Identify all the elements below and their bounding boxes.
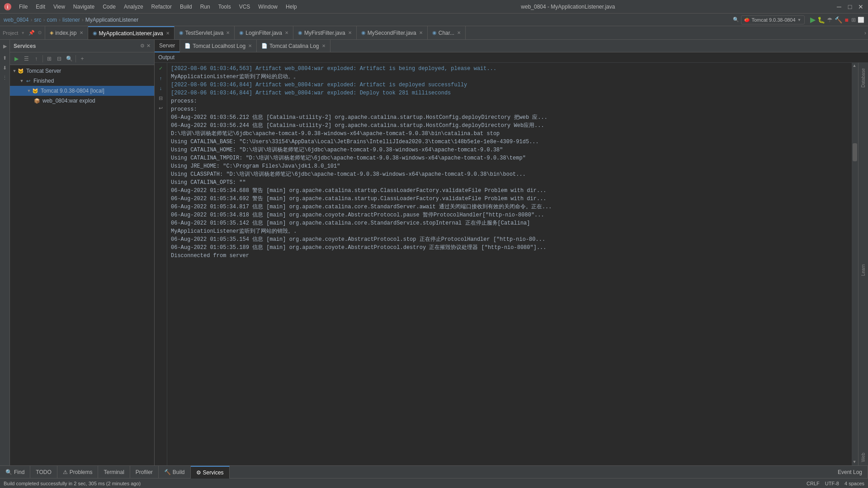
scrollbar[interactable]: ▲ ▼ (852, 63, 858, 465)
tab-myfirstfilter[interactable]: ◉ MyFirstFilter.java ✕ (293, 26, 357, 40)
tab-close-index-jsp[interactable]: ✕ (80, 30, 83, 35)
tree-toggle-instance[interactable]: ▼ (26, 88, 32, 94)
run-config-label[interactable]: Tomcat 9.0.38-0804 (751, 17, 795, 23)
scroll-down-arrow[interactable]: ▼ (852, 459, 857, 465)
services-close-icon[interactable]: ✕ (146, 43, 151, 49)
menu-edit[interactable]: Edit (32, 3, 49, 11)
tab-close-localhost[interactable]: ✕ (248, 43, 252, 48)
tree-item-tomcat-instance[interactable]: ▼ 🐱 Tomcat 9.0.38-0804 [local] (10, 86, 154, 96)
log-line: process: (171, 97, 848, 105)
project-pin-icon[interactable]: 📌 (28, 30, 35, 36)
sidebar-web[interactable]: Web (860, 449, 867, 465)
tabs-overflow-icon[interactable]: › (864, 30, 866, 36)
breadcrumb-src[interactable]: src (34, 17, 41, 23)
menu-window[interactable]: Window (255, 3, 281, 11)
sidebar-icon-scroll-up[interactable]: ⬆ (0, 53, 9, 62)
tab-myapplistener[interactable]: ◉ MyApplicationListener.java ✕ (88, 26, 175, 40)
bottom-tab-problems[interactable]: ⚠ Problems (57, 466, 99, 479)
project-gear-icon[interactable]: ⚙ (38, 30, 42, 36)
artifact-label: web_0804:war explod (42, 98, 95, 104)
scroll-up-arrow[interactable]: ▲ (852, 63, 857, 68)
tab-testservlet[interactable]: ◉ TestServlet.java ✕ (175, 26, 235, 40)
tab-close-testservlet[interactable]: ✕ (226, 30, 230, 35)
bottom-tab-terminal[interactable]: Terminal (98, 466, 130, 479)
menu-vcs[interactable]: VCS (236, 3, 254, 11)
output-log[interactable]: [2022-08-06 01:03:46,563] Artifact web_0… (167, 63, 852, 465)
bottom-tab-todo[interactable]: TODO (30, 466, 57, 479)
close-button[interactable]: ✕ (857, 3, 864, 10)
services-group-btn[interactable]: ⊞ (45, 54, 54, 63)
minimize-button[interactable]: ─ (835, 3, 843, 10)
menu-tools[interactable]: Tools (215, 3, 235, 11)
toolbar-separator-2 (75, 55, 76, 62)
log-line: 06-Aug-2022 01:05:35.154 信息 [main] org.a… (171, 235, 848, 244)
gutter-arrow-down[interactable]: ↓ (156, 84, 165, 93)
tab-char[interactable]: ◉ Char... ✕ (428, 26, 466, 40)
sidebar-icon-more[interactable]: ⋮ (0, 73, 9, 82)
debug-button[interactable]: 🐛 (817, 16, 825, 23)
sidebar-icon-run[interactable]: ▶ (0, 42, 9, 51)
services-add-btn[interactable]: + (78, 54, 87, 63)
server-tab-catalina-log[interactable]: 📄 Tomcat Catalina Log ✕ (257, 40, 330, 52)
coverage-button[interactable]: ☂ (827, 16, 833, 23)
tab-close-loginfilter[interactable]: ✕ (285, 30, 288, 35)
run-button[interactable]: ▶ (810, 15, 816, 24)
breadcrumb-com[interactable]: com (47, 17, 57, 23)
services-up-btn[interactable]: ↑ (32, 54, 41, 63)
maximize-button[interactable]: □ (846, 3, 854, 10)
menu-build[interactable]: Build (176, 3, 196, 11)
menu-analyze[interactable]: Analyze (120, 3, 147, 11)
gutter-filter[interactable]: ⊟ (156, 94, 165, 103)
server-tab-server[interactable]: Server (155, 40, 180, 52)
status-indent[interactable]: 4 spaces (844, 481, 864, 486)
tab-close-myfirstfilter[interactable]: ✕ (348, 30, 352, 35)
menu-code[interactable]: Code (99, 3, 119, 11)
gutter-arrow-up[interactable]: ↑ (156, 74, 165, 83)
gutter-wrap[interactable]: ↩ (156, 103, 165, 113)
tab-mysecondfilter[interactable]: ◉ MySecondFilter.java ✕ (357, 26, 428, 40)
menu-help[interactable]: Help (282, 3, 301, 11)
services-search-btn[interactable]: 🔍 (65, 54, 74, 63)
bottom-tab-build[interactable]: 🔨 Build (159, 466, 191, 479)
breadcrumb-listener[interactable]: listener (62, 17, 80, 23)
sidebar-learn[interactable]: Learn (860, 261, 867, 280)
services-filter-btn[interactable]: ⊟ (55, 54, 64, 63)
services-layout-btn[interactable]: ☰ (22, 54, 31, 63)
tab-close-myapplistener[interactable]: ✕ (166, 31, 170, 36)
server-tab-localhost-log[interactable]: 📄 Tomcat Localhost Log ✕ (180, 40, 257, 52)
tree-item-finished[interactable]: ▼ ↩ Finished (10, 76, 154, 86)
status-encoding[interactable]: UTF-8 (825, 481, 839, 486)
bottom-tab-event-log[interactable]: Event Log (832, 466, 868, 479)
tree-toggle-finished[interactable]: ▼ (19, 78, 24, 84)
menu-refactor[interactable]: Refactor (148, 3, 175, 11)
log-line: Using CATALINA_TMPDIR: "D:\培训\培训杨老师笔记\6j… (171, 154, 848, 162)
tab-close-catalina[interactable]: ✕ (322, 43, 326, 48)
tree-toggle-tomcat[interactable]: ▼ (12, 68, 17, 74)
bottom-tab-profiler[interactable]: Profiler (130, 466, 159, 479)
bottom-tab-find[interactable]: 🔍 Find (0, 466, 30, 479)
scrollbar-thumb[interactable] (853, 143, 857, 161)
services-run-btn[interactable]: ▶ (12, 54, 21, 63)
build-button[interactable]: 🔨 (835, 16, 842, 23)
tab-label-char: Char... (439, 30, 454, 36)
tab-close-char[interactable]: ✕ (457, 30, 461, 35)
sidebar-database[interactable]: Database (860, 65, 867, 91)
layout-button[interactable]: ⊞ (851, 17, 856, 23)
maximize-editor-button[interactable]: ⬜ (858, 17, 864, 23)
tab-close-mysecondfilter[interactable]: ✕ (419, 30, 423, 35)
menu-run[interactable]: Run (197, 3, 214, 11)
breadcrumb-project[interactable]: web_0804 (4, 17, 28, 23)
tree-item-tomcat-server[interactable]: ▼ 🐱 Tomcat Server (10, 66, 154, 76)
menu-navigate[interactable]: Navigate (70, 3, 98, 11)
tree-item-artifact[interactable]: 📦 web_0804:war explod (10, 96, 154, 106)
breadcrumb-class[interactable]: MyApplicationListener (85, 17, 138, 23)
menu-file[interactable]: File (15, 3, 31, 11)
menu-view[interactable]: View (50, 3, 69, 11)
status-crlf[interactable]: CRLF (807, 481, 820, 486)
tab-index-jsp[interactable]: ◈ index.jsp ✕ (45, 26, 88, 40)
bottom-tab-services[interactable]: ⚙ Services (191, 466, 230, 479)
stop-button[interactable]: ■ (845, 16, 849, 23)
services-settings-icon[interactable]: ⚙ (140, 43, 145, 49)
sidebar-icon-scroll-down[interactable]: ⬇ (0, 63, 9, 72)
tab-loginfilter[interactable]: ◉ LoginFilter.java ✕ (235, 26, 293, 40)
